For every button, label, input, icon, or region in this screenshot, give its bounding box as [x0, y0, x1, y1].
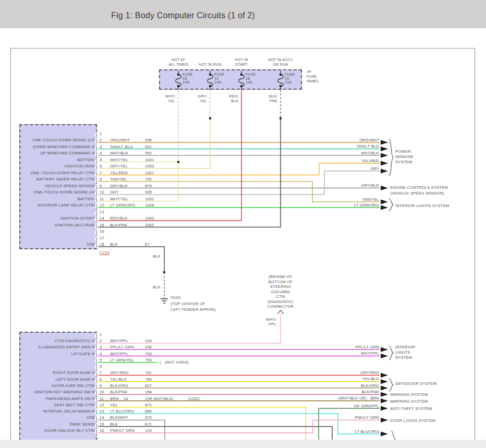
junction-dot: [240, 85, 243, 88]
pin-function-label: PARK SENSE: [70, 422, 96, 427]
flow-arrow-icon: [381, 205, 388, 210]
pin-bracket: ): [95, 190, 98, 196]
pin-bracket: ): [95, 333, 98, 338]
pin-wire-color: BLK/WHT: [110, 415, 128, 420]
pin-number: 4: [100, 151, 102, 155]
fuse-wire-color-label: GRY/: [198, 94, 207, 99]
flow-arrow-icon: [381, 354, 388, 358]
pin-bracket: ): [95, 384, 98, 390]
pin-wire-color: RED/BLK: [110, 216, 128, 221]
system-label-power-window: WINDOW: [395, 154, 413, 159]
interior-lights-brace: [389, 199, 393, 211]
junction-dot: [209, 74, 212, 76]
system-label-warning: WARNING SYSTEM: [390, 399, 428, 404]
pin-bracket: ): [95, 422, 98, 428]
pin-function-label: IGNITION (START): [60, 216, 96, 221]
pin-wire-color: PPL/LT GRN: [110, 345, 134, 349]
pin-circuit-number: 700: [145, 352, 152, 356]
pin-function-label: ONE-TOUCH DOWN SENSE (LO): [32, 138, 96, 142]
pin-function-label: RIGHT DOOR AJAR IN: [53, 370, 96, 375]
pin-number: 4: [100, 352, 102, 356]
ctm-connector-label: CTM: [254, 294, 307, 299]
pin-circuit-number: 1002: [145, 223, 154, 227]
junction-dot: [177, 85, 180, 88]
pin-function-label: ILLUMINATED ENTRY SWS IN: [38, 345, 96, 349]
pin-number: 12: [100, 203, 104, 208]
fuse-panel-label: PANEL: [307, 79, 319, 84]
pin-bracket: ): [95, 371, 98, 377]
pin-bracket: ): [95, 138, 98, 144]
fuse-wire-color-label: PNK: [270, 99, 277, 104]
pin-circuit-number: 1000: [145, 216, 154, 221]
pin-bracket: ): [95, 158, 98, 164]
system-label-interior-lights: SYSTEM: [395, 355, 412, 360]
system-label-power-window: SYSTEM: [395, 160, 412, 164]
destination-wire-label: WHT/BLK: [361, 151, 379, 155]
destination-wire-label: ORG/WHT: [359, 138, 379, 142]
pin-wire-color: BLK/PNK: [110, 223, 127, 227]
pin-wire-color: BRN 14: [110, 396, 128, 401]
destination-wire-label: LT GRN/ORG: [354, 203, 379, 208]
pin-number: 16: [100, 229, 104, 234]
destination-wire-label: TAN/LT BLU: [356, 144, 379, 149]
pin-bracket: ): [95, 203, 98, 209]
pin-wire-color: WHT/PPL: [110, 338, 128, 343]
ground-wire-color-label: BLK: [153, 285, 161, 289]
pin-wire-color: LT BLU/ORG: [110, 409, 134, 414]
ctm-connector-label: CONNECTOR: [254, 304, 307, 309]
destination-wire-label: GRY/RED: [360, 370, 379, 375]
flow-arrow-icon: [381, 386, 388, 391]
pin-bracket: ): [95, 416, 98, 421]
pin-wire-color: WHT/PPL: [110, 352, 128, 356]
pin-wire-color: WHT/YEL: [110, 197, 128, 201]
pin-number: 17: [100, 236, 104, 240]
pin-number: 6: [100, 164, 102, 168]
ground-id-label: G104: [171, 295, 180, 300]
pin-bracket: ): [95, 197, 98, 203]
pin-circuit-number: 209: [145, 338, 152, 343]
pin-bracket: ): [95, 145, 98, 151]
pin-circuit-number: 671: [145, 422, 152, 427]
pin-wire-color: YEL: [110, 403, 118, 407]
pin-number: 11: [100, 396, 104, 401]
pin-wire-color: TAN/YEL: [110, 177, 127, 181]
pin-bracket: ): [95, 429, 98, 434]
ctm-wire-color-label: WHT/: [266, 317, 276, 322]
pin-function-label: IGNITION (ACC/RUN): [55, 223, 96, 227]
flow-arrow-icon: [381, 147, 388, 151]
pin-wire-color: WHT/YEL: [110, 158, 128, 162]
destination-wire-label: PPL/LT GRN: [355, 345, 379, 349]
pin-wire-color: GRY/RED: [110, 370, 129, 375]
wire-connector2-pin13: [98, 414, 380, 434]
pin-circuit-number: 992: [145, 151, 152, 155]
system-label-engine: ENGINE CONTROLS SYSTEM: [390, 185, 448, 190]
destination-wire-label: LT BLU/ORG: [355, 429, 379, 434]
pin-number: 14: [100, 415, 104, 420]
pin-bracket: ): [95, 177, 98, 183]
pin-bracket: ): [95, 184, 98, 190]
fuse-amp-label: 10A: [285, 80, 291, 85]
pin-number: 5: [100, 358, 102, 362]
pin-number: 18: [100, 242, 104, 247]
junction-dot: [209, 117, 212, 120]
pin-circuit-number: 792: [145, 177, 152, 181]
ctm-connector-label: STEERING: [254, 284, 307, 289]
pin-circuit-number: 679: [145, 184, 152, 188]
pin-bracket: ): [95, 339, 98, 345]
pin-function-label: IGNITION (RUN): [65, 164, 96, 168]
fuse-wire-color-label: RED/: [229, 94, 238, 99]
not-used-bracket: (: [160, 360, 161, 365]
wire-connector1-pin7: [98, 163, 380, 175]
pin-function-label: UP WINDOWS COMMAND IN: [40, 151, 96, 155]
pin-function-label: CTM DIAGNOSTIC IN: [55, 338, 96, 343]
ctm-wire-color-label: PPL: [269, 322, 276, 326]
junction-dot: [209, 85, 212, 88]
fuse-wire-color-label: BLK: [231, 99, 238, 104]
pin-function-label: ONE-TOUCH DOWN RELAY CTRL: [31, 171, 96, 175]
pin-bracket: ): [95, 164, 98, 170]
pin-number: 3: [100, 345, 102, 349]
pin-circuit-number: 57: [145, 242, 150, 247]
pin-function-label: INTERIOR LAMP RELAY CTRL: [38, 203, 96, 208]
ctm-connector-label: DIAGNOSTIC: [254, 299, 307, 304]
pin-function-label: BATTERY SAVER RELAY CTRL: [37, 177, 96, 181]
